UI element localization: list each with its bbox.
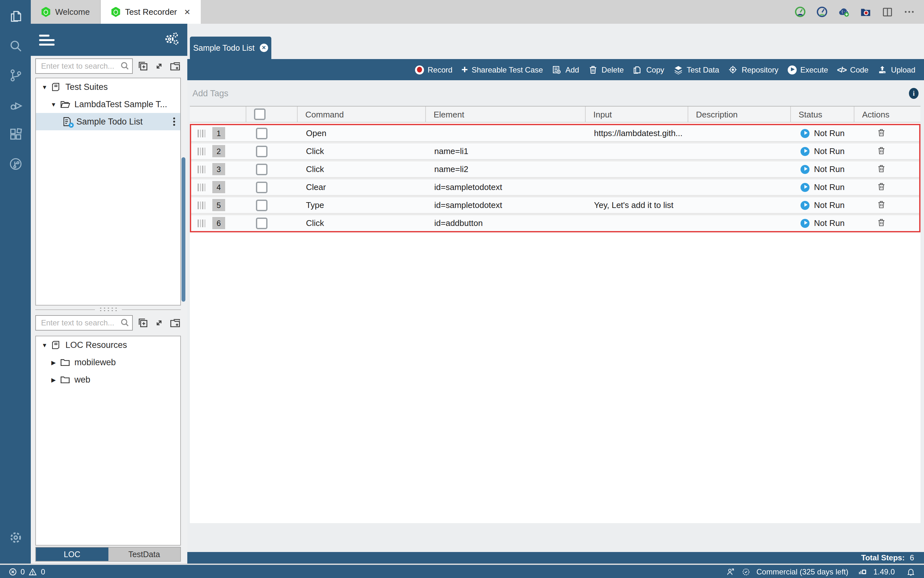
bell-icon[interactable] xyxy=(906,567,915,576)
kebab-menu-icon[interactable] xyxy=(173,117,175,126)
delete-step-icon[interactable] xyxy=(877,127,886,139)
drag-handle-icon[interactable] xyxy=(197,129,205,137)
tab-testdata[interactable]: TestData xyxy=(108,547,180,561)
resources-search-input[interactable] xyxy=(35,315,133,331)
tree-item-sample-todo-list[interactable]: Sample Todo List xyxy=(36,113,180,130)
row-checkbox[interactable] xyxy=(256,127,267,139)
cell-command[interactable]: Click xyxy=(298,218,427,228)
table-row[interactable]: 4 Clear id=sampletodotext Not Run xyxy=(191,179,919,196)
run-step-icon[interactable] xyxy=(801,129,809,138)
tree-item-lambdatest-folder[interactable]: ▼ LambdaTest Sample T... xyxy=(36,96,180,113)
tree-item-web[interactable]: ▶ web xyxy=(36,371,180,388)
cell-command[interactable]: Click xyxy=(298,146,427,156)
table-row[interactable]: 6 Click id=addbutton Not Run xyxy=(191,214,919,231)
tab-loc[interactable]: LOC xyxy=(36,547,108,561)
chevron-down-icon[interactable]: ▼ xyxy=(50,101,57,107)
table-row[interactable]: 2 Click name=li1 Not Run xyxy=(191,143,919,160)
cell-element[interactable]: id=sampletodotext xyxy=(427,200,586,210)
delete-step-icon[interactable] xyxy=(877,181,886,193)
tree-item-mobileweb[interactable]: ▶ mobileweb xyxy=(36,354,180,371)
drag-handle-icon[interactable] xyxy=(197,147,205,155)
row-checkbox[interactable] xyxy=(256,217,267,229)
green-gauge-icon[interactable] xyxy=(794,6,806,18)
extensions-icon[interactable] xyxy=(6,125,25,144)
delete-button[interactable]: Delete xyxy=(588,65,624,75)
table-row[interactable]: 1 Open https://lambdatest.gith... Not Ru… xyxy=(191,125,919,142)
expand-icon[interactable] xyxy=(153,317,165,329)
cloud-code-icon[interactable]: {··} xyxy=(838,6,850,18)
version-text[interactable]: 1.49.0 xyxy=(873,567,895,576)
table-row[interactable]: 3 Click name=li2 Not Run xyxy=(191,161,919,178)
files-icon[interactable] xyxy=(6,6,25,26)
header-element[interactable]: Element xyxy=(425,107,585,122)
tab-test-recorder[interactable]: Test Recorder ✕ xyxy=(101,0,201,24)
delete-step-icon[interactable] xyxy=(877,199,886,211)
table-row[interactable]: 5 Type id=sampletodotext Yey, Let's add … xyxy=(191,196,919,214)
select-all-checkbox[interactable] xyxy=(254,109,265,120)
delete-step-icon[interactable] xyxy=(877,145,886,157)
panel-splitter[interactable] xyxy=(35,306,181,313)
close-icon[interactable]: ✕ xyxy=(184,7,191,16)
display-icon[interactable] xyxy=(858,567,867,576)
record-button[interactable]: Record xyxy=(415,65,452,74)
delete-step-icon[interactable] xyxy=(877,163,886,175)
expand-icon[interactable] xyxy=(153,60,165,72)
tree-item-loc-resources[interactable]: ▼ LOC Resources xyxy=(36,336,180,354)
close-icon[interactable]: ✕ xyxy=(260,44,268,52)
collapse-all-icon[interactable] xyxy=(137,317,149,329)
chevron-down-icon[interactable]: ▼ xyxy=(41,84,48,90)
menu-icon[interactable] xyxy=(39,34,55,45)
delete-step-icon[interactable] xyxy=(877,217,886,229)
row-checkbox[interactable] xyxy=(256,181,267,193)
drag-handle-icon[interactable] xyxy=(197,201,205,209)
search-icon[interactable] xyxy=(6,36,25,55)
row-checkbox[interactable] xyxy=(256,163,267,175)
run-step-icon[interactable] xyxy=(801,219,809,227)
run-debug-icon[interactable] xyxy=(6,95,25,114)
cell-command[interactable]: Clear xyxy=(298,182,427,192)
cell-command[interactable]: Click xyxy=(298,164,427,174)
chevron-down-icon[interactable]: ▼ xyxy=(41,342,48,348)
test-data-button[interactable]: Test Data xyxy=(673,65,719,75)
blue-gauge-icon[interactable] xyxy=(816,6,828,18)
cell-command[interactable]: Open xyxy=(298,128,427,138)
cell-element[interactable]: name=li1 xyxy=(427,146,586,156)
account-icon[interactable] xyxy=(725,567,735,576)
drag-handle-icon[interactable] xyxy=(197,183,205,191)
copy-button[interactable]: Copy xyxy=(633,65,664,75)
run-step-icon[interactable] xyxy=(801,201,809,209)
execute-button[interactable]: Execute xyxy=(787,65,828,74)
header-description[interactable]: Description xyxy=(688,107,790,122)
license-badge-icon[interactable] xyxy=(741,567,751,576)
chevron-right-icon[interactable]: ▶ xyxy=(50,377,57,383)
suites-search-input[interactable] xyxy=(35,58,133,74)
header-command[interactable]: Command xyxy=(297,107,425,122)
source-control-icon[interactable] xyxy=(6,65,25,85)
header-status[interactable]: Status xyxy=(790,107,854,122)
info-icon[interactable]: i xyxy=(909,88,919,99)
repository-button[interactable]: Repository xyxy=(728,65,778,75)
panel-scrollbar[interactable] xyxy=(181,157,185,302)
new-folder-icon[interactable] xyxy=(169,317,181,329)
cell-input[interactable]: https://lambdatest.gith... xyxy=(586,128,689,138)
problems-indicator[interactable]: 0 0 xyxy=(0,567,45,576)
run-step-icon[interactable] xyxy=(801,147,809,156)
more-icon[interactable] xyxy=(903,6,915,18)
tree-item-test-suites[interactable]: ▼ Test Suites xyxy=(36,78,180,96)
settings-gears-icon[interactable] xyxy=(163,31,179,48)
chevron-right-icon[interactable]: ▶ xyxy=(50,359,57,365)
cell-element[interactable]: name=li2 xyxy=(427,164,586,174)
cell-command[interactable]: Type xyxy=(298,200,427,210)
cell-input[interactable]: Yey, Let's add it to list xyxy=(586,200,689,210)
drag-handle-icon[interactable] xyxy=(197,219,205,227)
cell-element[interactable]: id=addbutton xyxy=(427,218,586,228)
drag-handle-icon[interactable] xyxy=(197,165,205,173)
collapse-all-icon[interactable] xyxy=(137,60,149,72)
tab-welcome[interactable]: Welcome xyxy=(31,0,101,24)
license-text[interactable]: Commercial (325 days left) xyxy=(756,567,848,576)
add-tags-input[interactable]: Add Tags xyxy=(193,88,909,98)
add-button[interactable]: Add xyxy=(552,65,579,75)
run-step-icon[interactable] xyxy=(801,183,809,192)
code-button[interactable]: </> Code xyxy=(837,65,869,74)
settings-gear-icon[interactable] xyxy=(6,528,25,547)
